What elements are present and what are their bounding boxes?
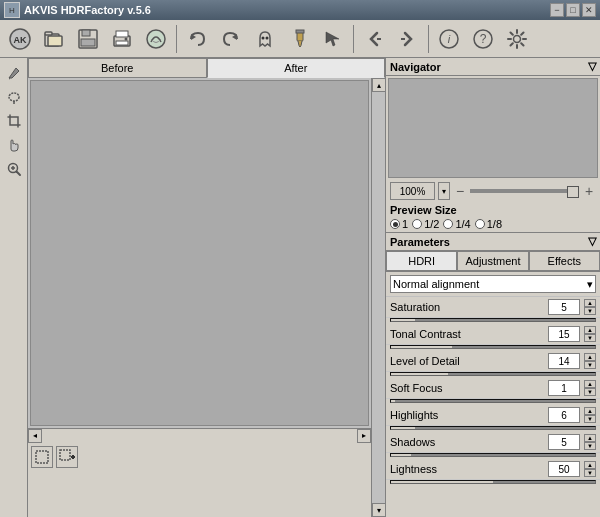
preview-1[interactable]: 1 bbox=[390, 218, 408, 230]
slider-1[interactable] bbox=[390, 345, 596, 349]
tab-adjustment[interactable]: Adjustment bbox=[457, 251, 528, 271]
radio-eighth[interactable] bbox=[475, 219, 485, 229]
svg-point-16 bbox=[266, 36, 269, 39]
svg-rect-20 bbox=[401, 38, 405, 40]
navigator-zoom-row: 100% ▾ − + bbox=[386, 180, 600, 202]
spin-up-1[interactable]: ▲ bbox=[584, 326, 596, 334]
right-panel: Navigator ▽ 100% ▾ − + Preview Size 1 bbox=[385, 58, 600, 517]
spin-down-4[interactable]: ▼ bbox=[584, 415, 596, 423]
settings-button[interactable] bbox=[501, 23, 533, 55]
minimize-button[interactable]: − bbox=[550, 3, 564, 17]
spin-down-1[interactable]: ▼ bbox=[584, 334, 596, 342]
params-tabs: HDRI Adjustment Effects bbox=[386, 251, 600, 272]
lasso-tool[interactable] bbox=[3, 86, 25, 108]
zoom-plus-button[interactable]: + bbox=[582, 184, 596, 198]
svg-rect-33 bbox=[60, 450, 70, 460]
tab-effects[interactable]: Effects bbox=[529, 251, 600, 271]
spin-up-3[interactable]: ▲ bbox=[584, 380, 596, 388]
spin-up-0[interactable]: ▲ bbox=[584, 299, 596, 307]
slider-4[interactable] bbox=[390, 426, 596, 430]
maximize-button[interactable]: □ bbox=[566, 3, 580, 17]
svg-rect-4 bbox=[48, 36, 62, 46]
slider-0[interactable] bbox=[390, 318, 596, 322]
navigator-collapse-icon[interactable]: ▽ bbox=[588, 60, 596, 73]
radio-quarter[interactable] bbox=[443, 219, 453, 229]
preview-size-section: Preview Size 1 1/2 1/4 1/8 bbox=[386, 202, 600, 233]
crop-tool[interactable] bbox=[3, 110, 25, 132]
h-scrollbar: ◂ ▸ bbox=[28, 428, 371, 442]
param-value-5[interactable]: 5 bbox=[548, 434, 580, 450]
spin-up-2[interactable]: ▲ bbox=[584, 353, 596, 361]
svg-rect-18 bbox=[296, 30, 304, 33]
zoom-dropdown[interactable]: ▾ bbox=[438, 182, 450, 200]
slider-5[interactable] bbox=[390, 453, 596, 457]
v-scroll-track[interactable] bbox=[372, 92, 386, 503]
close-button[interactable]: ✕ bbox=[582, 3, 596, 17]
slider-3[interactable] bbox=[390, 399, 596, 403]
pencil-tool[interactable] bbox=[3, 62, 25, 84]
param-value-3[interactable]: 1 bbox=[548, 380, 580, 396]
param-value-2[interactable]: 14 bbox=[548, 353, 580, 369]
preview-quarter[interactable]: 1/4 bbox=[443, 218, 470, 230]
zoom-tool[interactable] bbox=[3, 158, 25, 180]
svg-rect-19 bbox=[377, 38, 381, 40]
svg-rect-7 bbox=[81, 39, 95, 46]
spin-up-6[interactable]: ▲ bbox=[584, 461, 596, 469]
redo-button[interactable] bbox=[215, 23, 247, 55]
param-row-4: Highlights6▲▼ bbox=[386, 405, 600, 426]
spin-down-3[interactable]: ▼ bbox=[584, 388, 596, 396]
save-button[interactable] bbox=[72, 23, 104, 55]
spin-down-6[interactable]: ▼ bbox=[584, 469, 596, 477]
selection-button[interactable] bbox=[317, 23, 349, 55]
param-label-5: Shadows bbox=[390, 436, 544, 448]
scroll-left-button[interactable]: ◂ bbox=[28, 429, 42, 443]
alignment-value: Normal alignment bbox=[393, 278, 479, 290]
hand-tool[interactable] bbox=[3, 134, 25, 156]
info-button[interactable]: i bbox=[433, 23, 465, 55]
preview-eighth-label: 1/8 bbox=[487, 218, 502, 230]
zoom-slider[interactable] bbox=[470, 189, 579, 193]
back-button[interactable] bbox=[358, 23, 390, 55]
svg-rect-10 bbox=[116, 41, 128, 45]
tab-hdri[interactable]: HDRI bbox=[386, 251, 457, 271]
param-value-0[interactable]: 5 bbox=[548, 299, 580, 315]
plus-select-button[interactable] bbox=[56, 446, 78, 468]
before-tab[interactable]: Before bbox=[28, 58, 207, 78]
rect-select-button[interactable] bbox=[31, 446, 53, 468]
scroll-down-button[interactable]: ▾ bbox=[372, 503, 386, 517]
hdr-process-button[interactable] bbox=[140, 23, 172, 55]
slider-6[interactable] bbox=[390, 480, 596, 484]
preview-eighth[interactable]: 1/8 bbox=[475, 218, 502, 230]
param-value-4[interactable]: 6 bbox=[548, 407, 580, 423]
spin-down-2[interactable]: ▼ bbox=[584, 361, 596, 369]
zoom-minus-button[interactable]: − bbox=[453, 184, 467, 198]
spin-down-0[interactable]: ▼ bbox=[584, 307, 596, 315]
radio-1[interactable] bbox=[390, 219, 400, 229]
param-spinner-4: ▲▼ bbox=[584, 407, 596, 423]
slider-2[interactable] bbox=[390, 372, 596, 376]
ghost-button[interactable] bbox=[249, 23, 281, 55]
param-spinner-5: ▲▼ bbox=[584, 434, 596, 450]
forward-button[interactable] bbox=[392, 23, 424, 55]
spin-up-4[interactable]: ▲ bbox=[584, 407, 596, 415]
preview-half[interactable]: 1/2 bbox=[412, 218, 439, 230]
alignment-select[interactable]: Normal alignment ▾ bbox=[390, 275, 596, 293]
param-value-6[interactable]: 50 bbox=[548, 461, 580, 477]
print-button[interactable] bbox=[106, 23, 138, 55]
h-scroll-track[interactable] bbox=[42, 429, 357, 443]
brush-tool-button[interactable] bbox=[283, 23, 315, 55]
title-bar: H AKVIS HDRFactory v.5.6 − □ ✕ bbox=[0, 0, 600, 20]
svg-rect-9 bbox=[116, 31, 128, 37]
radio-half[interactable] bbox=[412, 219, 422, 229]
scroll-up-button[interactable]: ▴ bbox=[372, 78, 386, 92]
after-tab[interactable]: After bbox=[207, 58, 386, 78]
undo-button[interactable] bbox=[181, 23, 213, 55]
spin-up-5[interactable]: ▲ bbox=[584, 434, 596, 442]
open-button[interactable] bbox=[38, 23, 70, 55]
parameters-collapse-icon[interactable]: ▽ bbox=[588, 235, 596, 248]
spin-down-5[interactable]: ▼ bbox=[584, 442, 596, 450]
param-value-1[interactable]: 15 bbox=[548, 326, 580, 342]
scroll-right-button[interactable]: ▸ bbox=[357, 429, 371, 443]
logo-button[interactable]: AK bbox=[4, 23, 36, 55]
help-button[interactable]: ? bbox=[467, 23, 499, 55]
